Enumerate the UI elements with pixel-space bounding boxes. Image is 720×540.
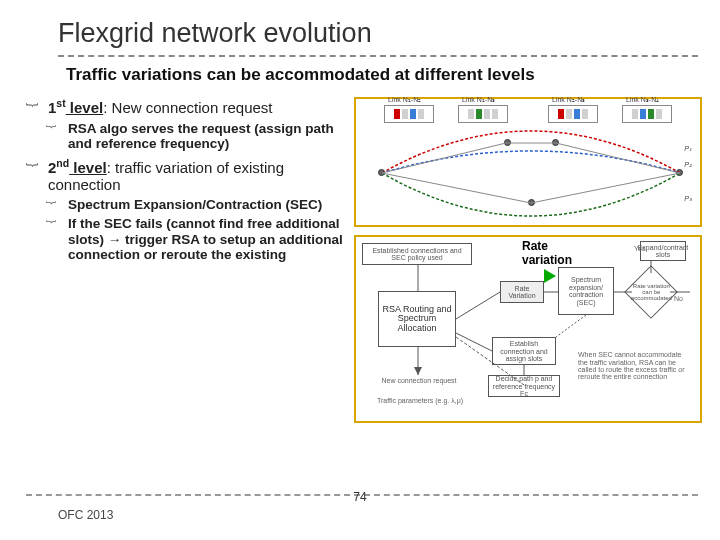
network-diagram: Link N₁-N₂ Link N₁-N₃ Link N₂-N₃ Link N₃…	[354, 97, 702, 227]
footer-text: OFC 2013	[58, 508, 113, 522]
arc-overlay	[356, 99, 700, 225]
svg-line-3	[382, 173, 531, 203]
bullet-level1: 1st level: New connection request RSA al…	[28, 97, 346, 150]
svg-line-16	[556, 315, 586, 337]
svg-line-4	[531, 173, 680, 203]
page-number: 74	[0, 490, 720, 504]
diagram-column: Link N₁-N₂ Link N₁-N₃ Link N₂-N₃ Link N₃…	[354, 97, 702, 423]
svg-line-0	[382, 143, 506, 173]
bullet-column: 1st level: New connection request RSA al…	[28, 97, 346, 423]
sub-bullet: If the SEC fails (cannot find free addit…	[48, 216, 346, 261]
annotation-label: Rate variation	[522, 239, 592, 267]
path-label: P₂	[684, 161, 692, 169]
path-label: P₃	[684, 195, 692, 203]
svg-marker-12	[414, 367, 422, 375]
slide-subtitle: Traffic variations can be accommodated a…	[0, 57, 720, 95]
bullet-level2: 2nd level: traffic variation of existing…	[28, 157, 346, 262]
svg-line-15	[456, 337, 524, 385]
slide-title: Flexgrid network evolution	[0, 0, 720, 55]
sub-bullet: RSA algo serves the request (assign path…	[48, 121, 346, 151]
annotation-arrow-icon	[544, 269, 556, 283]
sub-bullet: Spectrum Expansion/Contraction (SEC)	[48, 197, 346, 212]
path-label: P₁	[684, 145, 692, 153]
svg-line-6	[456, 292, 500, 319]
svg-line-13	[456, 333, 492, 351]
svg-line-2	[556, 143, 680, 173]
content-row: 1st level: New connection request RSA al…	[0, 95, 720, 423]
